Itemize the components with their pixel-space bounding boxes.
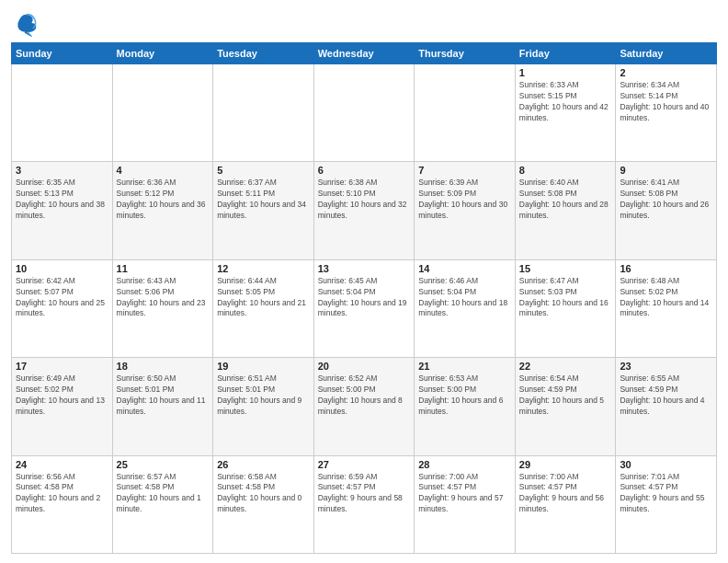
calendar-cell: 8Sunrise: 6:40 AM Sunset: 5:08 PM Daylig… bbox=[515, 162, 616, 259]
header bbox=[11, 9, 717, 37]
day-number: 13 bbox=[318, 263, 411, 274]
calendar: SundayMondayTuesdayWednesdayThursdayFrid… bbox=[11, 42, 717, 554]
day-number: 9 bbox=[620, 165, 712, 176]
weekday-sunday: Sunday bbox=[12, 43, 113, 64]
calendar-cell: 22Sunrise: 6:54 AM Sunset: 4:59 PM Dayli… bbox=[515, 358, 616, 455]
day-number: 8 bbox=[519, 165, 612, 176]
calendar-cell bbox=[415, 64, 516, 162]
day-number: 11 bbox=[117, 263, 210, 274]
day-info: Sunrise: 6:34 AM Sunset: 5:14 PM Dayligh… bbox=[620, 80, 712, 124]
day-info: Sunrise: 6:50 AM Sunset: 5:01 PM Dayligh… bbox=[117, 373, 210, 418]
day-number: 16 bbox=[620, 263, 712, 274]
day-number: 12 bbox=[217, 263, 310, 274]
day-info: Sunrise: 6:36 AM Sunset: 5:12 PM Dayligh… bbox=[117, 178, 210, 222]
calendar-week-2: 3Sunrise: 6:35 AM Sunset: 5:13 PM Daylig… bbox=[12, 162, 717, 259]
calendar-cell: 1Sunrise: 6:33 AM Sunset: 5:15 PM Daylig… bbox=[515, 64, 616, 162]
calendar-cell: 13Sunrise: 6:45 AM Sunset: 5:04 PM Dayli… bbox=[313, 259, 415, 357]
day-number: 18 bbox=[117, 361, 210, 372]
day-number: 2 bbox=[620, 67, 712, 78]
calendar-cell: 28Sunrise: 7:00 AM Sunset: 4:57 PM Dayli… bbox=[415, 455, 516, 553]
day-number: 17 bbox=[16, 361, 108, 372]
calendar-cell: 2Sunrise: 6:34 AM Sunset: 5:14 PM Daylig… bbox=[616, 64, 717, 162]
day-info: Sunrise: 6:40 AM Sunset: 5:08 PM Dayligh… bbox=[519, 178, 612, 222]
day-info: Sunrise: 6:48 AM Sunset: 5:02 PM Dayligh… bbox=[620, 276, 712, 320]
day-info: Sunrise: 6:52 AM Sunset: 5:00 PM Dayligh… bbox=[318, 373, 411, 418]
day-number: 30 bbox=[620, 459, 712, 470]
day-info: Sunrise: 7:00 AM Sunset: 4:57 PM Dayligh… bbox=[519, 472, 612, 516]
weekday-tuesday: Tuesday bbox=[213, 43, 314, 64]
weekday-thursday: Thursday bbox=[415, 43, 516, 64]
calendar-cell: 30Sunrise: 7:01 AM Sunset: 4:57 PM Dayli… bbox=[616, 455, 717, 553]
day-info: Sunrise: 6:49 AM Sunset: 5:02 PM Dayligh… bbox=[16, 373, 108, 418]
day-number: 7 bbox=[418, 165, 511, 176]
day-info: Sunrise: 6:39 AM Sunset: 5:09 PM Dayligh… bbox=[418, 178, 511, 222]
day-number: 25 bbox=[117, 459, 210, 470]
calendar-cell bbox=[12, 64, 113, 162]
day-info: Sunrise: 6:41 AM Sunset: 5:08 PM Dayligh… bbox=[620, 178, 712, 222]
day-info: Sunrise: 6:47 AM Sunset: 5:03 PM Dayligh… bbox=[519, 276, 612, 320]
calendar-cell bbox=[213, 64, 314, 162]
calendar-cell: 15Sunrise: 6:47 AM Sunset: 5:03 PM Dayli… bbox=[515, 259, 616, 357]
calendar-cell: 6Sunrise: 6:38 AM Sunset: 5:10 PM Daylig… bbox=[313, 162, 415, 259]
calendar-cell bbox=[112, 64, 213, 162]
calendar-cell: 25Sunrise: 6:57 AM Sunset: 4:58 PM Dayli… bbox=[112, 455, 213, 553]
day-info: Sunrise: 6:45 AM Sunset: 5:04 PM Dayligh… bbox=[318, 276, 411, 320]
calendar-week-1: 1Sunrise: 6:33 AM Sunset: 5:15 PM Daylig… bbox=[12, 64, 717, 162]
calendar-cell: 14Sunrise: 6:46 AM Sunset: 5:04 PM Dayli… bbox=[415, 259, 516, 357]
day-number: 21 bbox=[418, 361, 511, 372]
calendar-cell bbox=[313, 64, 415, 162]
day-number: 3 bbox=[16, 165, 108, 176]
day-number: 4 bbox=[117, 165, 210, 176]
day-info: Sunrise: 6:51 AM Sunset: 5:01 PM Dayligh… bbox=[217, 373, 310, 418]
calendar-cell: 20Sunrise: 6:52 AM Sunset: 5:00 PM Dayli… bbox=[313, 358, 415, 455]
day-info: Sunrise: 7:01 AM Sunset: 4:57 PM Dayligh… bbox=[620, 472, 712, 516]
page: SundayMondayTuesdayWednesdayThursdayFrid… bbox=[0, 0, 728, 563]
calendar-week-4: 17Sunrise: 6:49 AM Sunset: 5:02 PM Dayli… bbox=[12, 358, 717, 455]
day-info: Sunrise: 6:38 AM Sunset: 5:10 PM Dayligh… bbox=[318, 178, 411, 222]
calendar-cell: 21Sunrise: 6:53 AM Sunset: 5:00 PM Dayli… bbox=[415, 358, 516, 455]
day-info: Sunrise: 6:43 AM Sunset: 5:06 PM Dayligh… bbox=[117, 276, 210, 320]
calendar-cell: 5Sunrise: 6:37 AM Sunset: 5:11 PM Daylig… bbox=[213, 162, 314, 259]
day-number: 28 bbox=[418, 459, 511, 470]
logo-icon bbox=[11, 9, 39, 37]
calendar-cell: 27Sunrise: 6:59 AM Sunset: 4:57 PM Dayli… bbox=[313, 455, 415, 553]
day-number: 22 bbox=[519, 361, 612, 372]
day-info: Sunrise: 6:58 AM Sunset: 4:58 PM Dayligh… bbox=[217, 472, 310, 516]
day-info: Sunrise: 6:53 AM Sunset: 5:00 PM Dayligh… bbox=[418, 373, 511, 418]
calendar-cell: 26Sunrise: 6:58 AM Sunset: 4:58 PM Dayli… bbox=[213, 455, 314, 553]
day-number: 23 bbox=[620, 361, 712, 372]
calendar-cell: 3Sunrise: 6:35 AM Sunset: 5:13 PM Daylig… bbox=[12, 162, 113, 259]
day-info: Sunrise: 6:59 AM Sunset: 4:57 PM Dayligh… bbox=[318, 472, 411, 516]
calendar-cell: 12Sunrise: 6:44 AM Sunset: 5:05 PM Dayli… bbox=[213, 259, 314, 357]
day-info: Sunrise: 7:00 AM Sunset: 4:57 PM Dayligh… bbox=[418, 472, 511, 516]
day-number: 24 bbox=[16, 459, 108, 470]
day-info: Sunrise: 6:44 AM Sunset: 5:05 PM Dayligh… bbox=[217, 276, 310, 320]
calendar-week-3: 10Sunrise: 6:42 AM Sunset: 5:07 PM Dayli… bbox=[12, 259, 717, 357]
day-number: 15 bbox=[519, 263, 612, 274]
calendar-body: 1Sunrise: 6:33 AM Sunset: 5:15 PM Daylig… bbox=[12, 64, 717, 554]
calendar-week-5: 24Sunrise: 6:56 AM Sunset: 4:58 PM Dayli… bbox=[12, 455, 717, 553]
day-number: 27 bbox=[318, 459, 411, 470]
calendar-cell: 19Sunrise: 6:51 AM Sunset: 5:01 PM Dayli… bbox=[213, 358, 314, 455]
day-info: Sunrise: 6:56 AM Sunset: 4:58 PM Dayligh… bbox=[16, 472, 108, 516]
weekday-header: SundayMondayTuesdayWednesdayThursdayFrid… bbox=[12, 43, 717, 64]
day-info: Sunrise: 6:54 AM Sunset: 4:59 PM Dayligh… bbox=[519, 373, 612, 418]
day-number: 26 bbox=[217, 459, 310, 470]
day-info: Sunrise: 6:42 AM Sunset: 5:07 PM Dayligh… bbox=[16, 276, 108, 320]
weekday-monday: Monday bbox=[112, 43, 213, 64]
logo bbox=[11, 9, 42, 37]
weekday-saturday: Saturday bbox=[616, 43, 717, 64]
day-number: 29 bbox=[519, 459, 612, 470]
calendar-cell: 29Sunrise: 7:00 AM Sunset: 4:57 PM Dayli… bbox=[515, 455, 616, 553]
day-info: Sunrise: 6:57 AM Sunset: 4:58 PM Dayligh… bbox=[117, 472, 210, 516]
day-number: 19 bbox=[217, 361, 310, 372]
weekday-friday: Friday bbox=[515, 43, 616, 64]
day-number: 14 bbox=[418, 263, 511, 274]
calendar-cell: 7Sunrise: 6:39 AM Sunset: 5:09 PM Daylig… bbox=[415, 162, 516, 259]
day-number: 20 bbox=[318, 361, 411, 372]
day-number: 5 bbox=[217, 165, 310, 176]
calendar-cell: 11Sunrise: 6:43 AM Sunset: 5:06 PM Dayli… bbox=[112, 259, 213, 357]
calendar-cell: 9Sunrise: 6:41 AM Sunset: 5:08 PM Daylig… bbox=[616, 162, 717, 259]
day-number: 6 bbox=[318, 165, 411, 176]
day-info: Sunrise: 6:46 AM Sunset: 5:04 PM Dayligh… bbox=[418, 276, 511, 320]
